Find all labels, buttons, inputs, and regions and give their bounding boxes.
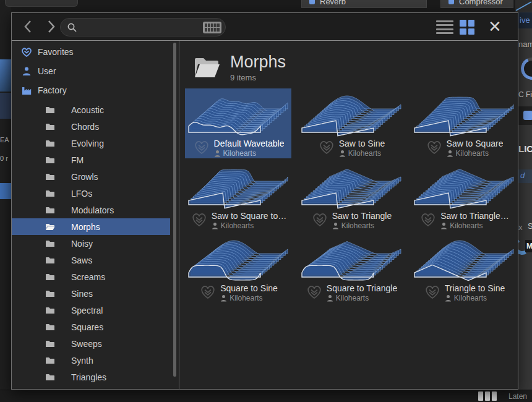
folder-icon	[12, 356, 61, 364]
sidebar-folder-lfos[interactable]: LFOs	[12, 185, 170, 202]
preset-tile[interactable]: Default WavetableKilohearts	[185, 88, 291, 158]
heart-outline-icon	[305, 283, 324, 300]
person-icon	[339, 150, 346, 157]
search-field[interactable]	[60, 18, 226, 36]
preset-tile[interactable]: Saw to SquareKilohearts	[411, 88, 517, 158]
back-button[interactable]	[20, 19, 36, 35]
preset-tile[interactable]: Saw to Triangle…Kilohearts	[411, 161, 517, 231]
preset-browser-dialog: ✕ FavoritesUserFactoryAcousticChordsEvol…	[11, 12, 518, 390]
preset-tile[interactable]: Saw to TriangleKilohearts	[298, 161, 405, 231]
preset-tile[interactable]: Triangle to SineKilohearts	[411, 233, 517, 303]
favorite-heart-icon[interactable]	[192, 138, 211, 158]
sidebar-folder-label: Synth	[61, 356, 93, 366]
chevron-left-icon	[20, 19, 36, 35]
person-icon	[327, 294, 333, 302]
search-input[interactable]	[81, 22, 203, 33]
preset-tile[interactable]: Saw to Square to…Kilohearts	[185, 161, 291, 231]
curve-line-icon	[515, 0, 532, 12]
background-label-dynamics: nami	[518, 40, 532, 49]
preset-name: Square to Sine	[220, 283, 278, 293]
folder-icon	[12, 340, 61, 348]
onscreen-keyboard-icon[interactable]	[203, 22, 221, 33]
sidebar-folder-label: Squares	[61, 322, 103, 332]
sidebar-folder-chords[interactable]: Chords	[12, 118, 170, 135]
preset-name: Saw to Square	[447, 139, 504, 148]
background-left-panel	[0, 93, 11, 119]
sidebar-folder-squares[interactable]: Squares	[12, 319, 170, 335]
folder-icon	[12, 239, 61, 247]
preset-tile[interactable]: Saw to SineKilohearts	[298, 88, 405, 158]
sidebar-folder-label: Saws	[61, 255, 92, 265]
latency-label: Laten	[508, 392, 532, 401]
module-label: Compressor	[459, 0, 503, 6]
preset-tile[interactable]: Square to SineKilohearts	[185, 233, 291, 303]
sidebar-folder-growls[interactable]: Growls	[12, 168, 170, 185]
folder-icon	[45, 256, 55, 264]
folder-icon	[12, 189, 61, 197]
close-button[interactable]: ✕	[486, 19, 504, 36]
folder-icon	[45, 156, 55, 164]
forward-button[interactable]	[43, 19, 59, 35]
background-label-ea: EA	[0, 136, 11, 143]
sidebar-folder-label: Sines	[61, 289, 93, 299]
sidebar-item-factory[interactable]: Factory	[12, 81, 170, 100]
preset-tile[interactable]: Square to TriangleKilohearts	[298, 233, 405, 303]
favorite-heart-icon[interactable]	[190, 210, 208, 230]
background-blue-fragment	[0, 183, 11, 199]
preset-author: Kilohearts	[327, 294, 397, 302]
favorite-heart-icon[interactable]	[425, 138, 444, 158]
sidebar-item-favorites[interactable]: Favorites	[12, 43, 170, 61]
sidebar-scrollbar[interactable]	[173, 43, 176, 377]
sidebar-folder-modulators[interactable]: Modulators	[12, 202, 170, 218]
heart-outline-icon	[425, 138, 444, 155]
sidebar-folder-triangles[interactable]: Triangles	[12, 369, 170, 385]
favorite-heart-icon[interactable]	[419, 210, 437, 230]
heart-outline-icon	[419, 210, 437, 228]
sidebar-folder-sweeps[interactable]: Sweeps	[12, 335, 170, 352]
folder-icon	[45, 173, 55, 181]
sidebar-folder-morphs[interactable]: Morphs	[12, 218, 170, 235]
background-label-d: d	[518, 169, 532, 183]
background-curve-display	[515, 0, 532, 12]
sidebar-item-user[interactable]: User	[12, 62, 170, 80]
sidebar-folder-screams[interactable]: Screams	[12, 268, 170, 285]
factory-icon	[21, 86, 32, 95]
folder-icon	[12, 206, 61, 214]
grid-view-button[interactable]	[460, 20, 474, 35]
wavetable-preview	[301, 90, 402, 140]
sidebar-folder-label: Morphs	[61, 222, 100, 232]
sidebar-folder-fm[interactable]: FM	[12, 152, 170, 168]
sidebar-folder-synth[interactable]: Synth	[12, 352, 170, 369]
list-view-button[interactable]	[436, 20, 453, 34]
sidebar-folder-spectral[interactable]: Spectral	[12, 302, 170, 319]
preset-author: Kilohearts	[212, 221, 286, 230]
folder-item-count: 9 items	[230, 73, 286, 82]
sidebar-folder-label: Noisy	[61, 239, 93, 249]
sidebar-item-label: Factory	[38, 85, 67, 95]
wavetable-preview	[301, 162, 402, 213]
preset-author: Kilohearts	[220, 294, 278, 302]
favorite-heart-icon[interactable]	[317, 138, 336, 158]
sidebar-folder-evolving[interactable]: Evolving	[12, 135, 170, 152]
favorite-heart-icon[interactable]	[305, 283, 324, 302]
open-folder-icon	[193, 55, 221, 80]
folder-open-icon	[12, 223, 61, 231]
background-module-compressor: Compressor	[440, 0, 513, 8]
folder-icon	[45, 139, 55, 147]
favorite-heart-icon[interactable]	[311, 210, 329, 230]
sidebar-folder-saws[interactable]: Saws	[12, 252, 170, 268]
background-label-drive: ive	[518, 12, 532, 28]
sidebar-folder-acoustic[interactable]: Acoustic	[12, 101, 170, 118]
favorite-heart-icon[interactable]	[423, 283, 442, 302]
favorite-heart-icon[interactable]	[199, 283, 217, 302]
sidebar-folder-sines[interactable]: Sines	[12, 285, 170, 302]
folder-icon	[12, 373, 61, 381]
folder-icon	[12, 323, 61, 331]
heart-outline-icon	[311, 210, 329, 228]
wavetable-preview	[187, 234, 289, 285]
folder-icon	[45, 122, 55, 130]
author-name: Kilohearts	[450, 221, 483, 230]
background-module-reverb: Reverb	[301, 0, 427, 8]
heart-outline-icon	[192, 138, 211, 155]
sidebar-folder-noisy[interactable]: Noisy	[12, 235, 170, 252]
